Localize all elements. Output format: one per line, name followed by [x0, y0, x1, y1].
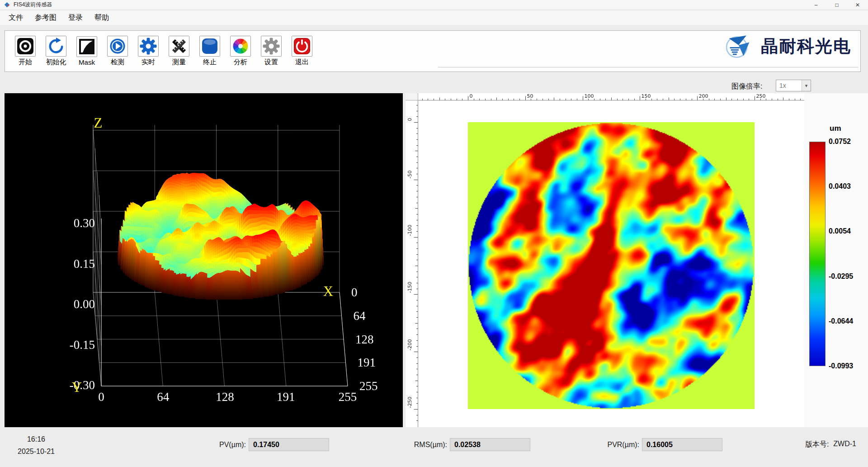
toolbar-button-label: 分析: [234, 58, 247, 67]
metric-label-pvr: PVR(µm):: [601, 441, 639, 449]
start-icon: [15, 36, 36, 57]
version: 版本号: ZWD-1: [805, 440, 856, 449]
toolbar: 开始 初始化 Mask 检测 实时 测量 终止 分析 设置 退出 晶耐科光电: [5, 30, 861, 72]
titlebar: FIS4波前传感器 – □ ✕: [0, 0, 868, 10]
magnification-value: 1x: [776, 82, 802, 89]
toolbar-button-label: 测量: [172, 58, 186, 67]
ruler-top: [418, 93, 804, 100]
measure-ruler-icon: [169, 36, 189, 57]
metric-label-rms: RMS(µm):: [409, 441, 447, 449]
toolbar-button-settings[interactable]: 设置: [258, 36, 284, 67]
metric-value-pv: 0.17450: [249, 438, 329, 451]
metric-label-pv: PV(µm):: [208, 441, 246, 449]
toolbar-button-label: 开始: [19, 58, 32, 67]
colorbar-gradient: [809, 142, 826, 366]
metric-value-rms: 0.02538: [450, 438, 530, 451]
initialize-icon: [46, 36, 66, 57]
toolbar-button-label: 初始化: [46, 58, 66, 67]
colorbar-tick: -0.0644: [829, 317, 853, 325]
metric-rms: RMS(µm): 0.02538: [409, 438, 530, 451]
main-area: um 0.0752 0.0403 0.0054 -0.0295 -0.0644 …: [0, 93, 868, 427]
magnification-select[interactable]: 1x ▾: [776, 80, 811, 91]
menu-item-help[interactable]: 帮助: [89, 11, 115, 24]
maximize-button[interactable]: □: [826, 0, 847, 10]
analyze-colorwheel-icon: [230, 36, 251, 57]
chevron-down-icon: ▾: [802, 80, 811, 91]
status-time: 16:16: [9, 435, 63, 443]
colorbar-tick: -0.0295: [829, 272, 853, 281]
toolbar-button-label: 设置: [264, 58, 278, 67]
toolbar-button-label: 检测: [111, 58, 124, 67]
ruler-left: [406, 100, 418, 427]
toolbar-button-label: 退出: [295, 58, 309, 67]
toolbar-button-mask[interactable]: Mask: [74, 36, 100, 66]
toolbar-button-label: 终止: [203, 58, 217, 67]
toolbar-button-start[interactable]: 开始: [12, 36, 38, 67]
ruler-corner: [406, 93, 418, 100]
colorbar-tick: 0.0403: [829, 182, 853, 191]
statusbar: 16:16 2025-10-21 PV(µm): 0.17450 RMS(µm)…: [0, 433, 868, 467]
window-title: FIS4波前传感器: [14, 1, 52, 9]
menubar: 文件 参考图 登录 帮助: [0, 10, 868, 25]
realtime-gear-icon: [138, 36, 159, 57]
toolbar-button-label: 实时: [142, 58, 155, 67]
colorbar-tick: 0.0054: [829, 227, 853, 235]
brand-text: 晶耐科光电: [761, 35, 851, 58]
colorbar-tick: 0.0752: [829, 138, 853, 146]
colorbar-ticks: 0.0752 0.0403 0.0054 -0.0295 -0.0644 -0.…: [829, 138, 853, 370]
exit-power-icon: [292, 36, 312, 57]
menu-item-reference[interactable]: 参考图: [29, 11, 62, 24]
close-button[interactable]: ✕: [847, 0, 868, 10]
toolbar-button-realtime[interactable]: 实时: [135, 36, 161, 67]
colorbar-tick: -0.0993: [829, 362, 853, 370]
version-label: 版本号:: [805, 440, 829, 449]
colorbar-panel: um 0.0752 0.0403 0.0054 -0.0295 -0.0644 …: [804, 93, 868, 427]
toolbar-button-analyze[interactable]: 分析: [227, 36, 254, 67]
metric-pv: PV(µm): 0.17450: [208, 438, 329, 451]
colorbar-unit: um: [830, 124, 841, 133]
toolbar-button-stop[interactable]: 终止: [197, 36, 223, 67]
minimize-button[interactable]: –: [806, 0, 826, 10]
detect-play-icon: [107, 36, 128, 57]
brand-logo: 晶耐科光电: [724, 33, 851, 60]
version-value: ZWD-1: [833, 440, 856, 449]
stop-icon: [199, 36, 220, 57]
map2d-content: [418, 100, 804, 427]
map2d-canvas: [468, 122, 755, 409]
status-date: 2025-10-21: [9, 448, 63, 456]
toolbar-button-exit[interactable]: 退出: [289, 36, 315, 67]
toolbar-button-measure[interactable]: 测量: [166, 36, 192, 67]
map2d-panel: [406, 93, 804, 427]
metric-pvr: PVR(µm): 0.16005: [601, 438, 722, 451]
menu-item-file[interactable]: 文件: [3, 11, 29, 24]
toolbar-underline: [438, 67, 859, 67]
toolbar-button-label: Mask: [79, 58, 95, 66]
clock: 16:16 2025-10-21: [9, 435, 63, 456]
magnification-label: 图像倍率:: [731, 82, 762, 91]
surface3d-canvas: [5, 93, 403, 427]
surface3d-panel: [5, 93, 403, 427]
window-controls: – □ ✕: [806, 0, 868, 10]
toolbar-button-detect[interactable]: 检测: [104, 36, 131, 67]
app-icon: [4, 1, 10, 8]
menu-item-login[interactable]: 登录: [62, 11, 89, 24]
settings-gear-icon: [261, 36, 282, 57]
toolbar-button-init[interactable]: 初始化: [43, 36, 69, 67]
metric-value-pvr: 0.16005: [642, 438, 722, 451]
brand-logo-icon: [724, 33, 755, 60]
mask-icon: [76, 36, 97, 57]
